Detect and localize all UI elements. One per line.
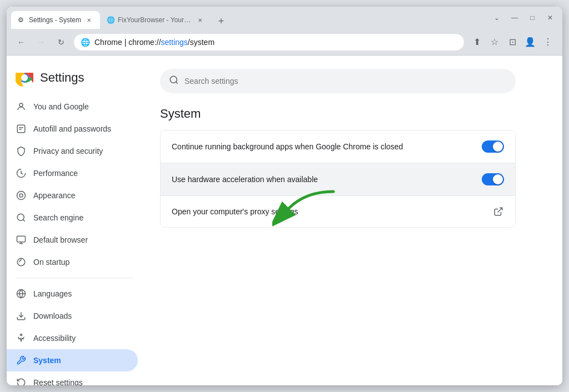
- startup-icon: [16, 257, 27, 268]
- sidebar-item-default-browser[interactable]: Default browser: [7, 229, 138, 251]
- maximize-button[interactable]: □: [525, 10, 540, 26]
- search-engine-icon: [16, 212, 27, 223]
- sidebar-label-accessibility: Accessibility: [33, 334, 76, 343]
- sidebar-item-you-and-google[interactable]: You and Google: [7, 96, 138, 118]
- address-bar: ← → ↻ 🌐 Chrome | chrome://settings/syste…: [7, 29, 562, 56]
- sidebar-item-autofill[interactable]: Autofill and passwords: [7, 118, 138, 140]
- settings-item-hardware-acceleration: Use hardware acceleration when available: [161, 163, 515, 196]
- accessibility-icon: [16, 333, 27, 344]
- minimize-button[interactable]: —: [507, 10, 522, 26]
- url-path: settings: [161, 38, 188, 47]
- share-icon[interactable]: ⬆: [469, 34, 485, 50]
- proxy-settings-link[interactable]: [493, 206, 504, 217]
- settings-tab-title: Settings - System: [29, 16, 81, 24]
- tab-settings[interactable]: ⚙ Settings - System ✕: [11, 11, 100, 29]
- settings-tab-icon: ⚙: [18, 16, 26, 24]
- system-icon: [16, 355, 27, 366]
- sidebar-label-downloads: Downloads: [33, 311, 72, 320]
- sidebar-label-you-and-google: You and Google: [33, 102, 89, 111]
- chrome-logo-icon: [16, 69, 33, 87]
- search-bar[interactable]: [160, 69, 516, 93]
- main-content: Settings You and Google Autofill and pas…: [7, 56, 562, 385]
- sidebar-label-appearance: Appearance: [33, 191, 76, 200]
- sidebar: Settings You and Google Autofill and pas…: [7, 56, 142, 385]
- hardware-acceleration-toggle-switch[interactable]: [482, 173, 504, 185]
- tab-fixyourbrowser[interactable]: 🌐 FixYourBrowser - Your Trusted S… ✕: [100, 11, 211, 29]
- browser-window: ⚙ Settings - System ✕ 🌐 FixYourBrowser -…: [7, 7, 562, 385]
- background-apps-toggle[interactable]: [482, 140, 504, 153]
- default-browser-icon: [16, 234, 27, 245]
- fixyourbrowser-tab-icon: 🌐: [107, 16, 114, 24]
- menu-icon[interactable]: ⋮: [540, 34, 556, 50]
- appearance-icon: [16, 190, 27, 201]
- profile-icon[interactable]: 👤: [522, 34, 538, 50]
- fixyourbrowser-tab-title: FixYourBrowser - Your Trusted S…: [118, 16, 192, 24]
- toggle-thumb-2: [493, 174, 503, 184]
- settings-tab-close[interactable]: ✕: [84, 16, 93, 24]
- sidebar-label-reset-settings: Reset settings: [33, 378, 83, 385]
- tab-switcher-icon[interactable]: ⊡: [505, 34, 520, 50]
- proxy-settings-label: Open your computer's proxy settings: [172, 207, 493, 216]
- globe-icon: 🌐: [81, 38, 90, 47]
- svg-point-2: [21, 74, 28, 81]
- sidebar-item-downloads[interactable]: Downloads: [7, 305, 138, 327]
- toolbar-icons: ⬆ ☆ ⊡ 👤 ⋮: [469, 34, 556, 50]
- external-link-icon[interactable]: [493, 206, 504, 217]
- sidebar-label-performance: Performance: [33, 169, 78, 178]
- sidebar-label-autofill: Autofill and passwords: [33, 124, 111, 133]
- sidebar-item-performance[interactable]: Performance: [7, 162, 138, 184]
- bookmark-icon[interactable]: ☆: [487, 34, 502, 50]
- url-prefix: Chrome | chrome://: [94, 38, 161, 47]
- svg-point-9: [17, 214, 24, 220]
- background-apps-label: Continue running background apps when Go…: [172, 142, 482, 151]
- settings-item-proxy: Open your computer's proxy settings: [161, 196, 515, 227]
- autofill-icon: [16, 123, 27, 134]
- toggle-thumb: [493, 142, 503, 152]
- forward-button[interactable]: →: [33, 34, 49, 50]
- search-icon: [169, 75, 179, 88]
- url-bar[interactable]: 🌐 Chrome | chrome://settings/system: [73, 33, 465, 51]
- svg-point-8: [19, 194, 23, 197]
- svg-line-19: [498, 208, 502, 212]
- sidebar-header: Settings: [7, 64, 142, 96]
- shield-icon: [16, 145, 27, 157]
- search-input[interactable]: [184, 77, 507, 86]
- settings-item-background-apps: Continue running background apps when Go…: [161, 130, 515, 163]
- sidebar-item-reset-settings[interactable]: Reset settings: [7, 371, 138, 385]
- person-icon: [16, 101, 27, 112]
- sidebar-item-search-engine[interactable]: Search engine: [7, 207, 138, 229]
- hardware-acceleration-toggle[interactable]: [482, 173, 504, 185]
- settings-card: Continue running background apps when Go…: [160, 130, 516, 228]
- sidebar-item-on-startup[interactable]: On startup: [7, 251, 138, 273]
- fixyourbrowser-tab-close[interactable]: ✕: [196, 16, 204, 24]
- svg-point-18: [170, 76, 177, 83]
- content-area: System Continue running background apps …: [142, 56, 562, 385]
- title-bar: ⚙ Settings - System ✕ 🌐 FixYourBrowser -…: [7, 7, 562, 29]
- sidebar-label-languages: Languages: [33, 289, 72, 298]
- sidebar-item-appearance[interactable]: Appearance: [7, 184, 138, 207]
- sidebar-item-privacy-security[interactable]: Privacy and security: [7, 140, 138, 162]
- languages-icon: [16, 288, 27, 299]
- reset-icon: [16, 377, 27, 385]
- svg-point-7: [17, 192, 26, 200]
- sidebar-title: Settings: [40, 71, 84, 85]
- sidebar-label-default-browser: Default browser: [33, 235, 88, 244]
- sidebar-label-search-engine: Search engine: [33, 213, 83, 222]
- sidebar-item-accessibility[interactable]: Accessibility: [7, 327, 138, 349]
- back-button[interactable]: ←: [13, 34, 29, 50]
- search-bar-container: [160, 69, 516, 93]
- sidebar-item-system[interactable]: System: [7, 349, 138, 371]
- svg-rect-10: [17, 236, 26, 242]
- svg-point-3: [19, 103, 23, 107]
- background-apps-toggle-switch[interactable]: [482, 140, 504, 153]
- chevron-down-button[interactable]: ⌄: [489, 10, 505, 26]
- section-title: System: [160, 107, 545, 121]
- new-tab-button[interactable]: +: [213, 13, 229, 29]
- sidebar-item-languages[interactable]: Languages: [7, 283, 138, 305]
- tab-list: ⚙ Settings - System ✕ 🌐 FixYourBrowser -…: [11, 7, 485, 29]
- reload-button[interactable]: ↻: [53, 34, 69, 50]
- close-button[interactable]: ✕: [542, 10, 558, 26]
- download-icon: [16, 310, 27, 321]
- sidebar-label-privacy: Privacy and security: [33, 147, 103, 155]
- sidebar-separator: [16, 278, 133, 278]
